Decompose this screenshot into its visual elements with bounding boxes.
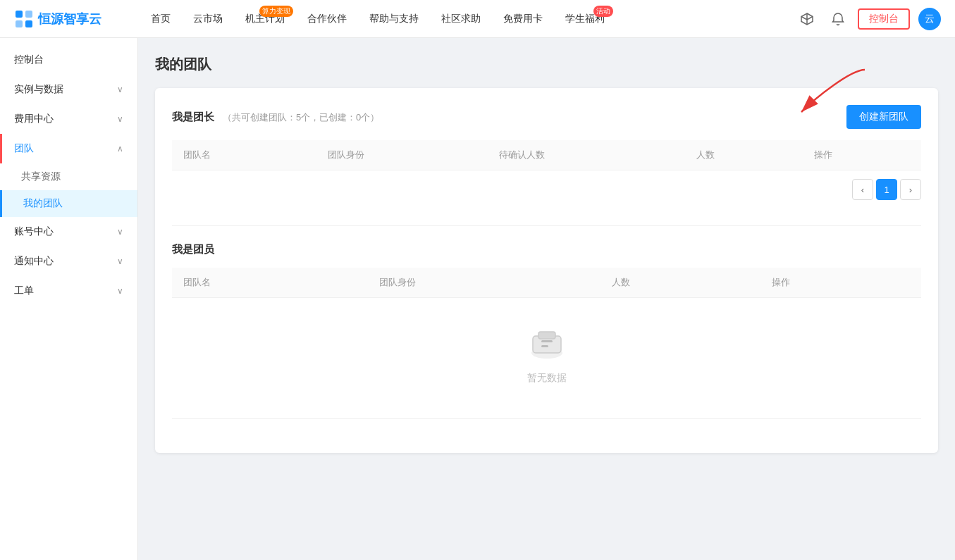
nav-item-free[interactable]: 免费用卡 (493, 0, 553, 38)
nav-links: 首页 云市场 机主计划 算力变现 合作伙伴 帮助与支持 社区求助 免费用卡 学生… (141, 0, 796, 38)
member-table-header-row: 团队名 团队身份 人数 操作 (172, 268, 921, 298)
section-divider (172, 225, 921, 226)
leader-table: 团队名 团队身份 待确认人数 人数 操作 (172, 140, 921, 170)
chevron-down-icon: ∨ (117, 256, 123, 266)
col-action-1: 操作 (803, 140, 921, 170)
member-section: 我是团员 团队名 团队身份 人数 操作 (172, 243, 921, 419)
member-section-header: 我是团员 (172, 243, 921, 256)
page-1-btn[interactable]: 1 (876, 179, 897, 200)
sidebar: 控制台 实例与数据 ∨ 费用中心 ∨ 团队 ∧ 共享资源 我的团队 账号中心 ∨… (0, 38, 138, 560)
empty-text: 暂无数据 (527, 372, 567, 385)
page-title: 我的团队 (155, 55, 938, 74)
col-action-2: 操作 (760, 268, 921, 298)
nav-right: 控制台 云 (796, 8, 941, 30)
nav-item-help[interactable]: 帮助与支持 (359, 0, 429, 38)
host-badge: 算力变现 (259, 6, 293, 17)
svg-rect-8 (541, 340, 553, 342)
cube-icon-btn[interactable] (796, 8, 818, 30)
pagination: ‹ 1 › (172, 170, 921, 209)
student-badge: 活动 (593, 6, 613, 17)
chevron-down-icon: ∨ (117, 227, 123, 237)
sidebar-item-team[interactable]: 团队 ∧ (0, 134, 137, 163)
nav-item-community[interactable]: 社区求助 (431, 0, 491, 38)
sidebar-item-instance[interactable]: 实例与数据 ∨ (0, 75, 137, 104)
create-team-btn[interactable]: 创建新团队 (846, 105, 921, 129)
bottom-divider (172, 418, 921, 419)
col-team-name-1: 团队名 (172, 140, 316, 170)
sidebar-item-ticket[interactable]: 工单 ∨ (0, 276, 137, 306)
col-team-role-1: 团队身份 (316, 140, 488, 170)
chevron-up-icon: ∧ (117, 144, 123, 154)
svg-rect-7 (538, 332, 555, 339)
member-table: 团队名 团队身份 人数 操作 (172, 268, 921, 298)
svg-rect-2 (16, 20, 23, 27)
col-team-role-2: 团队身份 (368, 268, 600, 298)
layout: 控制台 实例与数据 ∨ 费用中心 ∨ 团队 ∧ 共享资源 我的团队 账号中心 ∨… (0, 38, 955, 560)
svg-rect-0 (16, 11, 23, 18)
chevron-down-icon: ∨ (117, 286, 123, 296)
main-content: 我的团队 我是团长 （共可创建团队：5个，已创建：0个） (138, 38, 955, 560)
col-member-count-1: 人数 (685, 140, 803, 170)
leader-section-header: 我是团长 （共可创建团队：5个，已创建：0个） (172, 105, 921, 129)
empty-state: 暂无数据 (172, 298, 921, 413)
next-page-btn[interactable]: › (900, 179, 921, 200)
nav-item-home[interactable]: 首页 (141, 0, 180, 38)
control-panel-btn[interactable]: 控制台 (858, 8, 910, 30)
col-member-count-2: 人数 (600, 268, 761, 298)
member-section-title: 我是团员 (172, 243, 214, 256)
main-card: 我是团长 （共可创建团队：5个，已创建：0个） (155, 88, 938, 453)
sidebar-item-notify[interactable]: 通知中心 ∨ (0, 247, 137, 276)
logo-text: 恒源智享云 (38, 11, 101, 27)
leader-section-subtitle: （共可创建团队：5个，已创建：0个） (223, 112, 379, 123)
col-pending: 待确认人数 (488, 140, 685, 170)
svg-rect-9 (541, 345, 548, 347)
sidebar-sub-item-shared[interactable]: 共享资源 (0, 163, 137, 190)
nav-item-student[interactable]: 学生福利 活动 (555, 0, 615, 38)
topnav: 恒源智享云 首页 云市场 机主计划 算力变现 合作伙伴 帮助与支持 社区求助 免… (0, 0, 955, 38)
nav-item-market[interactable]: 云市场 (183, 0, 233, 38)
avatar-btn[interactable]: 云 (918, 8, 941, 30)
col-team-name-2: 团队名 (172, 268, 368, 298)
sidebar-item-dashboard[interactable]: 控制台 (0, 45, 137, 75)
bell-icon-btn[interactable] (827, 8, 849, 30)
leader-section-title: 我是团长 (172, 111, 214, 123)
sidebar-item-account[interactable]: 账号中心 ∨ (0, 217, 137, 247)
leader-section: 我是团长 （共可创建团队：5个，已创建：0个） (172, 105, 921, 209)
leader-table-header-row: 团队名 团队身份 待确认人数 人数 操作 (172, 140, 921, 170)
logo[interactable]: 恒源智享云 (14, 9, 141, 29)
logo-icon (14, 9, 34, 29)
sidebar-sub-item-myteam[interactable]: 我的团队 (0, 190, 137, 217)
leader-title-group: 我是团长 （共可创建团队：5个，已创建：0个） (172, 111, 379, 124)
sidebar-item-billing[interactable]: 费用中心 ∨ (0, 104, 137, 134)
chevron-down-icon: ∨ (117, 85, 123, 94)
chevron-down-icon: ∨ (117, 114, 123, 124)
empty-icon (526, 326, 568, 363)
prev-page-btn[interactable]: ‹ (852, 179, 873, 200)
svg-rect-3 (25, 20, 32, 27)
create-btn-container: 创建新团队 (846, 105, 921, 129)
nav-item-host[interactable]: 机主计划 算力变现 (235, 0, 295, 38)
nav-item-partner[interactable]: 合作伙伴 (297, 0, 357, 38)
svg-rect-1 (25, 11, 32, 18)
